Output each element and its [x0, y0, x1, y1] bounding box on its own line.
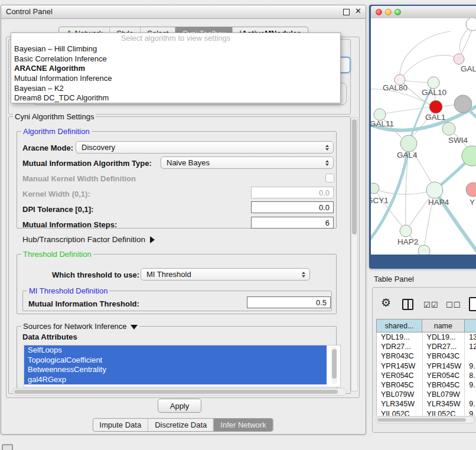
column-header-name[interactable]: name: [422, 319, 464, 332]
sources-title-text: Sources for Network Inference: [23, 322, 127, 331]
aracne-mode-combo[interactable]: Discovery: [76, 141, 334, 154]
table-row[interactable]: YDL19...YDL19...13: [377, 332, 476, 342]
network-node-hap2[interactable]: [400, 225, 412, 237]
attribute-list-item[interactable]: gal4RGexp: [24, 375, 327, 385]
algorithm-option[interactable]: Bayesian – Hill Climbing: [11, 44, 340, 54]
network-node-gcy1[interactable]: [371, 183, 379, 194]
table-row[interactable]: YBR043CYBR043C: [377, 351, 476, 361]
unchecked-checkboxes-icon[interactable]: ☐☐: [446, 301, 461, 309]
column-header-partial[interactable]: A: [465, 319, 476, 332]
table-cell: YBL079W: [423, 390, 465, 399]
table-row[interactable]: YBL079WYBL079W: [377, 390, 476, 399]
scrollbar-thumb[interactable]: [377, 418, 466, 422]
network-edge[interactable]: [374, 188, 426, 194]
network-node-gal11[interactable]: [374, 109, 386, 120]
table-cell: YPR145W: [377, 361, 423, 371]
dpi-tolerance-field[interactable]: 0.0: [251, 201, 334, 213]
document-icon[interactable]: [469, 297, 476, 311]
table-row[interactable]: YLR345WYLR345W9.: [377, 399, 476, 409]
desktop: Control Panel ✕ Network Style Select Cyn…: [0, 0, 476, 450]
scrollbar-thumb[interactable]: [14, 390, 338, 394]
network-window-titlebar[interactable]: [371, 6, 476, 19]
algorithm-option[interactable]: Bayesian – K2: [11, 83, 340, 93]
table-toolbar: ⚙ ☑☑ ☐☐: [373, 288, 476, 317]
table-cell: 13: [465, 332, 476, 342]
table-cell: YBR045C: [377, 380, 423, 390]
network-node-label: HAP4: [428, 198, 449, 207]
gear-icon[interactable]: ⚙: [381, 297, 391, 308]
network-edge[interactable]: [400, 55, 459, 80]
network-node-gal4[interactable]: [400, 135, 417, 152]
attribute-list-item[interactable]: TopologicalCoefficient: [24, 356, 327, 366]
which-threshold-combo[interactable]: MI Threshold: [141, 268, 310, 281]
table-cell: YBR043C: [423, 351, 465, 361]
network-canvas[interactable]: GALGAL80GAL10GAL1GAL11SWI4GAL4GCY1HAP4YH…: [371, 18, 476, 255]
hub-transcription-factor-section[interactable]: Hub/Transcription Factor Definition: [22, 235, 155, 244]
settings-horizontal-scrollbar[interactable]: [12, 388, 347, 396]
column-header-shared-name[interactable]: shared...: [377, 319, 422, 332]
expanded-arrow-icon[interactable]: [131, 325, 138, 330]
close-button[interactable]: [376, 9, 382, 15]
network-node-label: HAP2: [397, 237, 418, 246]
table-row[interactable]: YBR045CYBR045C9.: [377, 380, 476, 390]
settings-vertical-scrollbar[interactable]: [351, 118, 358, 392]
dpi-tolerance-label: DPI Tolerance [0,1]:: [22, 205, 93, 214]
split-columns-icon[interactable]: [402, 299, 413, 310]
collapsed-arrow-icon[interactable]: [150, 236, 155, 243]
manual-kernel-width-label: Manual Kernel Width Definition: [22, 174, 136, 183]
tab-label: Discretize Data: [155, 420, 207, 429]
checked-checkboxes-icon[interactable]: ☑☑: [423, 301, 438, 309]
hub-label: Hub/Transcription Factor Definition: [22, 235, 145, 244]
table-cell: YDL19...: [423, 332, 465, 342]
sources-title[interactable]: Sources for Network Inference: [21, 322, 139, 331]
algorithm-option[interactable]: Basic Correlation Inference: [11, 54, 340, 64]
mi-steps-label: Mutual Information Steps:: [22, 220, 117, 229]
field-value: 0.5: [316, 298, 327, 307]
mi-steps-field[interactable]: 6: [251, 217, 334, 229]
zoom-button[interactable]: [395, 9, 401, 15]
tab-infer-network[interactable]: Infer Network: [213, 419, 272, 431]
table-rows: YDL19...YDL19...13YDR27...YDR27...12YBR0…: [376, 332, 476, 416]
network-node-swi4[interactable]: [442, 122, 455, 135]
float-window-icon[interactable]: [343, 9, 350, 15]
data-attributes-list[interactable]: SelfLoopsTopologicalCoefficientBetweenne…: [24, 345, 341, 387]
algorithm-option[interactable]: ARACNE Algorithm: [11, 63, 340, 73]
scrollbar-thumb[interactable]: [332, 349, 337, 379]
network-node-hap4[interactable]: [426, 182, 443, 198]
close-icon[interactable]: ✕: [355, 6, 361, 15]
network-node-gal[interactable]: [454, 54, 464, 64]
tab-impute-data[interactable]: Impute Data: [93, 419, 148, 431]
control-panel-titlebar[interactable]: Control Panel ✕: [1, 5, 366, 19]
table-row[interactable]: YDR27...YDR27...12: [377, 342, 476, 351]
network-node-label: GAL11: [371, 119, 394, 128]
attribute-list-item[interactable]: BetweennessCentrality: [24, 365, 327, 375]
attribute-list-item[interactable]: SelfLoops: [24, 345, 327, 356]
field-value: 6: [325, 219, 330, 227]
table-row[interactable]: YER054CYER054C8.: [377, 371, 476, 380]
minimize-button[interactable]: [385, 9, 392, 15]
table-cell: YDR27...: [377, 342, 423, 351]
network-node[interactable]: [454, 95, 472, 113]
network-node[interactable]: [418, 245, 430, 255]
minimized-panel-icon[interactable]: [2, 444, 13, 450]
attributes-list-scrollbar[interactable]: [331, 347, 337, 384]
mi-threshold-field[interactable]: 0.5: [247, 296, 331, 308]
network-node-y[interactable]: [466, 182, 476, 197]
tab-discretize-data[interactable]: Discretize Data: [148, 419, 213, 431]
algorithm-option[interactable]: Dream8 DC_TDC Algorithm: [11, 93, 340, 103]
mi-algorithm-type-combo[interactable]: Naive Bayes: [161, 156, 334, 169]
table-horizontal-scrollbar[interactable]: [376, 416, 475, 423]
network-node-gal1[interactable]: [429, 100, 442, 113]
algorithm-definition-title: Algorithm Definition: [21, 127, 92, 136]
kernel-width-field[interactable]: 0.0: [251, 187, 334, 198]
stepper-icon: [325, 160, 329, 166]
mi-threshold-definition-title: MI Threshold Definition: [27, 286, 109, 295]
manual-kernel-width-checkbox[interactable]: [325, 174, 334, 182]
table-row[interactable]: YIL052CYIL052C9.: [377, 409, 476, 416]
table-cell: YLR345W: [423, 399, 465, 409]
algorithm-option[interactable]: Mutual Information Inference: [11, 73, 340, 83]
network-node-gal10[interactable]: [428, 77, 439, 89]
scrollbar-thumb[interactable]: [352, 119, 357, 234]
table-row[interactable]: YPR145WYPR145W9.: [377, 361, 476, 371]
apply-button[interactable]: Apply: [158, 399, 201, 413]
